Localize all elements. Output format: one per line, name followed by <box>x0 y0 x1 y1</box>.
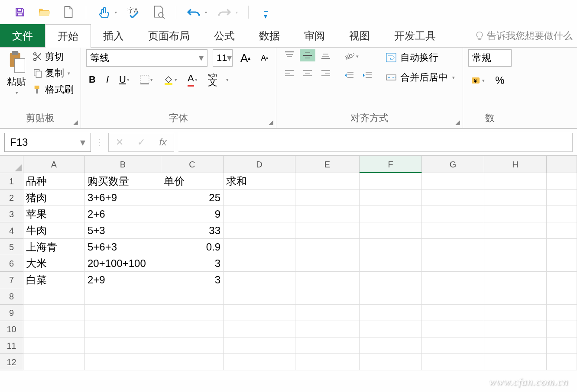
merge-center-button[interactable]: 合并后居中 ▾ <box>383 69 457 86</box>
open-icon[interactable] <box>37 5 51 19</box>
row-header[interactable]: 2 <box>0 190 23 206</box>
column-header[interactable]: H <box>484 156 547 173</box>
row-header[interactable]: 11 <box>0 337 23 354</box>
cell[interactable] <box>422 321 484 337</box>
cell[interactable] <box>422 305 484 321</box>
cell[interactable] <box>484 190 547 206</box>
font-size-selector[interactable]: 11 ▾ <box>213 49 233 67</box>
cell[interactable] <box>547 288 577 305</box>
cell[interactable]: 猪肉 <box>23 190 85 206</box>
increase-font-icon[interactable]: A▴ <box>238 50 253 67</box>
cell[interactable] <box>295 255 360 272</box>
cell[interactable] <box>547 255 577 272</box>
accounting-format-icon[interactable]: ¥ ▾ <box>468 74 487 87</box>
font-color-button[interactable]: A ▾ <box>185 71 200 88</box>
dropdown-caret[interactable]: ▾ <box>205 10 207 15</box>
cell[interactable] <box>422 337 484 354</box>
decrease-indent-icon[interactable] <box>341 69 357 81</box>
fill-color-button[interactable]: ▾ <box>161 73 180 87</box>
cell[interactable] <box>484 321 547 337</box>
align-right-icon[interactable] <box>318 67 334 80</box>
cell[interactable] <box>161 305 224 321</box>
cell[interactable] <box>85 288 161 305</box>
cell[interactable] <box>360 337 422 354</box>
cell[interactable] <box>484 337 547 354</box>
row-header[interactable]: 9 <box>0 305 23 321</box>
cell[interactable] <box>360 321 422 337</box>
formula-bar-input[interactable] <box>178 133 573 152</box>
undo-icon[interactable] <box>187 5 201 19</box>
cell[interactable] <box>422 222 484 239</box>
font-name-selector[interactable]: 等线 ▾ <box>86 49 207 67</box>
cell[interactable] <box>422 272 484 288</box>
cell[interactable] <box>547 239 577 255</box>
copy-button[interactable]: 复制 ▾ <box>31 66 75 80</box>
row-header[interactable]: 6 <box>0 255 23 272</box>
cell[interactable]: 苹果 <box>23 206 85 222</box>
cell[interactable]: 3 <box>161 272 224 288</box>
row-header[interactable]: 5 <box>0 239 23 255</box>
cell[interactable] <box>484 206 547 222</box>
cell[interactable]: 25 <box>161 190 224 206</box>
cell[interactable] <box>547 272 577 288</box>
save-icon[interactable] <box>13 5 27 19</box>
cell[interactable] <box>547 173 577 190</box>
tab-formula[interactable]: 公式 <box>202 24 247 47</box>
cell[interactable] <box>422 288 484 305</box>
paste-button[interactable]: 粘贴 ▾ <box>5 49 28 97</box>
decrease-font-icon[interactable]: A▾ <box>258 52 271 64</box>
align-middle-icon[interactable] <box>300 49 315 61</box>
cell[interactable] <box>23 288 85 305</box>
touch-mode-icon[interactable] <box>97 5 110 19</box>
cell[interactable] <box>360 255 422 272</box>
row-header[interactable]: 10 <box>0 321 23 337</box>
cell[interactable]: 品种 <box>23 173 85 190</box>
cell[interactable] <box>23 354 85 370</box>
cell[interactable] <box>295 354 360 370</box>
print-preview-icon[interactable] <box>152 5 165 19</box>
redo-icon[interactable] <box>217 5 231 19</box>
cell[interactable] <box>224 272 295 288</box>
cell[interactable] <box>295 222 360 239</box>
cell[interactable]: 单价 <box>161 173 224 190</box>
cell[interactable] <box>484 239 547 255</box>
cell[interactable] <box>85 337 161 354</box>
cell[interactable] <box>422 206 484 222</box>
cell[interactable]: 33 <box>161 222 224 239</box>
cell[interactable] <box>547 190 577 206</box>
cell[interactable]: 5+3 <box>85 222 161 239</box>
row-header[interactable]: 1 <box>0 173 23 190</box>
italic-button[interactable]: I <box>104 72 111 87</box>
cell[interactable] <box>360 305 422 321</box>
dropdown-caret[interactable]: ▾ <box>80 136 85 148</box>
cell[interactable]: 2+9 <box>85 272 161 288</box>
column-header[interactable]: F <box>360 156 422 173</box>
number-format-selector[interactable]: 常规 <box>468 49 512 67</box>
cell[interactable]: 9 <box>161 206 224 222</box>
cell[interactable]: 大米 <box>23 255 85 272</box>
cell[interactable] <box>85 321 161 337</box>
orientation-button[interactable]: ab ▾ <box>341 49 375 63</box>
cut-button[interactable]: 剪切 <box>31 49 75 64</box>
row-header[interactable]: 3 <box>0 206 23 222</box>
cell[interactable] <box>360 190 422 206</box>
cell[interactable]: 5+6+3 <box>85 239 161 255</box>
cell[interactable] <box>422 239 484 255</box>
cell[interactable] <box>422 255 484 272</box>
row-header[interactable]: 12 <box>0 354 23 370</box>
row-header[interactable]: 8 <box>0 288 23 305</box>
cell[interactable] <box>360 272 422 288</box>
font-launcher-icon[interactable]: ◢ <box>269 119 273 125</box>
cell[interactable]: 3 <box>161 255 224 272</box>
tab-data[interactable]: 数据 <box>247 24 292 47</box>
border-button[interactable]: ▾ <box>137 73 156 86</box>
percent-format-icon[interactable]: % <box>493 73 507 88</box>
cell[interactable]: 2+6 <box>85 206 161 222</box>
customize-qat-icon[interactable]: ⎯▾ <box>259 5 273 19</box>
spellcheck-icon[interactable]: 字A <box>127 5 141 19</box>
tab-insert[interactable]: 插入 <box>91 24 136 47</box>
format-painter-button[interactable]: 格式刷 <box>31 82 75 97</box>
dropdown-caret[interactable]: ▾ <box>236 10 238 15</box>
cell[interactable] <box>85 305 161 321</box>
tab-review[interactable]: 审阅 <box>292 24 337 47</box>
